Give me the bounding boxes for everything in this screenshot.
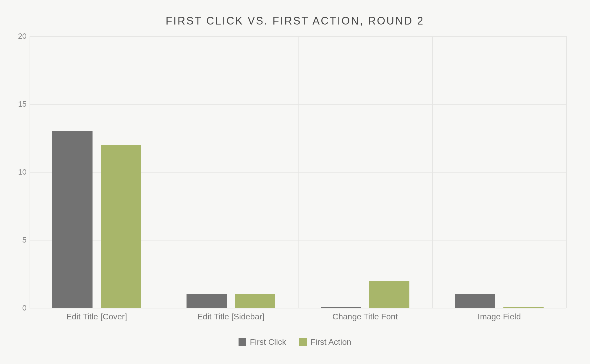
bar [455,294,495,308]
bar-group [298,36,432,308]
x-tick-label: Edit Title [Cover] [66,312,127,321]
bar [187,294,227,308]
bars [30,36,566,308]
bar-group [432,36,566,308]
y-tick-label: 10 [12,168,27,177]
y-tick-label: 15 [12,100,27,109]
bar [101,145,141,308]
x-tick-label: Edit Title [Sidebar] [197,312,264,321]
chart-title: FIRST CLICK VS. FIRST ACTION, ROUND 2 [12,15,578,27]
bar [235,294,275,308]
bar-group [164,36,298,308]
legend: First ClickFirst Action [12,337,578,347]
legend-swatch [299,338,307,346]
x-tick-label: Change Title Font [332,312,398,321]
y-tick-label: 20 [12,32,27,41]
legend-label: First Click [250,337,286,347]
v-gridline [566,36,567,308]
bar-group [30,36,164,308]
y-axis: 05101520 [12,36,27,308]
bar [52,131,93,308]
chart-container: FIRST CLICK VS. FIRST ACTION, ROUND 2 05… [0,0,590,364]
y-tick-label: 5 [12,235,27,245]
bar [369,281,409,308]
legend-item: First Action [299,337,351,347]
plot-area: 05101520 [30,36,566,308]
y-tick-label: 0 [12,303,27,313]
x-axis-labels: Edit Title [Cover]Edit Title [Sidebar]Ch… [30,308,566,326]
x-tick-label: Image Field [478,312,521,321]
legend-label: First Action [310,337,351,347]
legend-swatch [239,338,246,346]
legend-item: First Click [239,337,286,347]
